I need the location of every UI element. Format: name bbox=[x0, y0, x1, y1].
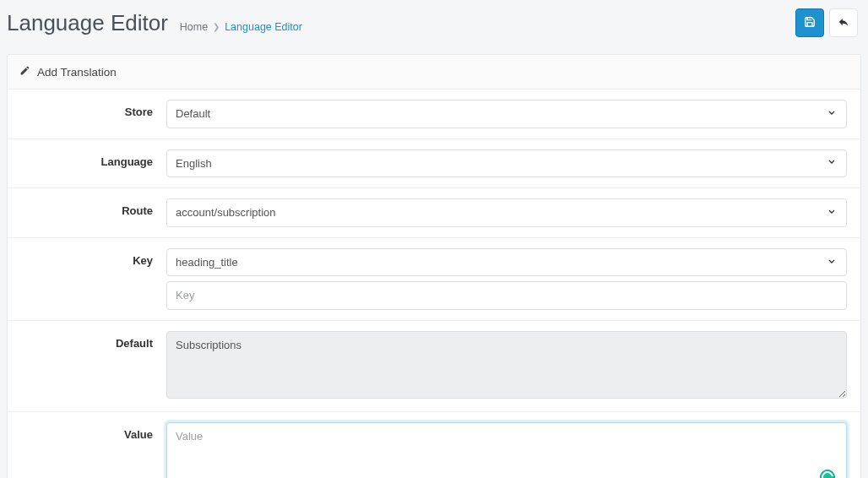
panel-title: Add Translation bbox=[37, 66, 117, 79]
default-label: Default bbox=[21, 331, 166, 350]
breadcrumb-home[interactable]: Home bbox=[180, 21, 208, 33]
route-label: Route bbox=[21, 198, 166, 217]
page-header: Language Editor Home ❯ Language Editor bbox=[0, 0, 868, 54]
value-textarea[interactable] bbox=[166, 422, 847, 478]
page-title: Language Editor bbox=[7, 10, 168, 36]
reply-icon bbox=[838, 16, 849, 30]
breadcrumb-current[interactable]: Language Editor bbox=[225, 21, 302, 33]
panel-header: Add Translation bbox=[8, 55, 860, 90]
key-input[interactable] bbox=[166, 281, 847, 310]
value-label: Value bbox=[21, 422, 166, 441]
chevron-right-icon: ❯ bbox=[213, 22, 220, 31]
breadcrumb: Home ❯ Language Editor bbox=[180, 21, 302, 33]
save-icon bbox=[804, 16, 816, 30]
key-label: Key bbox=[21, 248, 166, 267]
store-select[interactable]: Default bbox=[166, 100, 847, 128]
pencil-icon bbox=[19, 65, 30, 79]
back-button[interactable] bbox=[829, 8, 858, 37]
language-label: Language bbox=[21, 149, 166, 168]
save-button[interactable] bbox=[795, 8, 824, 37]
panel: Add Translation Store Default Language E… bbox=[7, 54, 861, 478]
language-select[interactable]: English bbox=[166, 149, 847, 178]
route-select[interactable]: account/subscription bbox=[166, 198, 847, 227]
default-textarea: Subscriptions bbox=[166, 331, 847, 399]
store-label: Store bbox=[21, 100, 166, 118]
key-select[interactable]: heading_title bbox=[166, 248, 847, 277]
